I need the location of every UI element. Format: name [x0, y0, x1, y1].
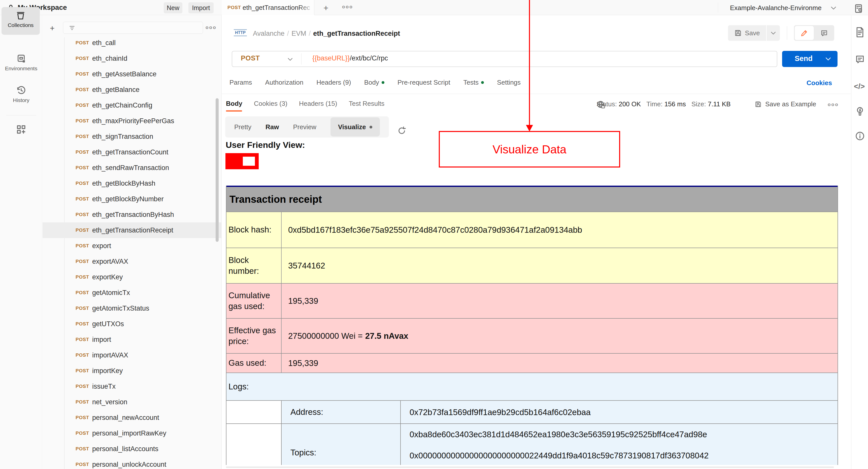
divider	[222, 94, 851, 94]
view-tab-raw[interactable]: Raw	[266, 123, 279, 131]
documentation-icon[interactable]	[855, 27, 865, 38]
view-tab-preview[interactable]: Preview	[293, 123, 316, 131]
tab-headers[interactable]: Headers (9)	[316, 79, 351, 86]
sidebar-request-selected[interactable]: POSTeth_getTransactionReceipt	[42, 222, 222, 238]
sidebar-request[interactable]: POSTgetAtomicTxStatus	[42, 301, 222, 316]
refresh-icon[interactable]	[397, 126, 407, 135]
row-label: Cumulative gas used:	[226, 284, 282, 318]
sidebar-request[interactable]: POSTexportKey	[42, 269, 222, 285]
info-icon[interactable]	[855, 131, 865, 141]
new-button[interactable]: New	[164, 2, 182, 13]
tab-settings[interactable]: Settings	[497, 79, 521, 86]
request-name: exportKey	[92, 273, 123, 281]
breadcrumb-collection[interactable]: Avalanche	[253, 30, 285, 37]
sidebar-request[interactable]: POSTeth_getBlockByNumber	[42, 191, 222, 207]
sidebar-request[interactable]: POSTexportAVAX	[42, 254, 222, 269]
environment-selector[interactable]: Example-Avalanche-Environme	[730, 4, 822, 12]
add-request-button[interactable]: +	[50, 24, 55, 33]
sidebar-request[interactable]: POSTpersonal_importRawKey	[42, 426, 222, 441]
tab-params[interactable]: Params	[229, 79, 252, 86]
divider	[787, 26, 787, 40]
new-tab-button[interactable]: +	[323, 3, 329, 13]
sidebar-request[interactable]: POSTeth_getAssetBalance	[42, 66, 222, 82]
sidebar-request[interactable]: POSTeth_call	[42, 35, 222, 51]
response-tab-headers[interactable]: Headers (15)	[299, 100, 337, 107]
request-name: importAVAX	[92, 351, 128, 359]
breadcrumb-folder[interactable]: EVM	[291, 30, 306, 37]
sidebar-request[interactable]: POSTimportAVAX	[42, 347, 222, 363]
comment-mode-button[interactable]	[816, 28, 832, 39]
tab-prerequest-script[interactable]: Pre-request Script	[398, 79, 451, 86]
view-tab-pretty[interactable]: Pretty	[234, 123, 251, 131]
time-value[interactable]: 156 ms	[664, 100, 686, 108]
sidebar-request[interactable]: POSTeth_getTransactionByHash	[42, 207, 222, 222]
response-options-icon[interactable]: ooo	[828, 102, 839, 107]
code-snippet-icon[interactable]: </>	[854, 82, 865, 91]
visualize-dot	[370, 126, 372, 128]
sidebar-request[interactable]: POSTeth_getTransactionCount	[42, 144, 222, 160]
lightbulb-icon[interactable]	[855, 106, 865, 117]
method-badge: POST	[75, 181, 92, 186]
sidebar-item-history[interactable]: History	[0, 85, 42, 103]
view-tab-visualize[interactable]: Visualize	[331, 117, 380, 136]
sidebar-request[interactable]: POSTexport	[42, 238, 222, 254]
row-value: 35744162	[282, 248, 838, 283]
environment-quick-look-icon[interactable]	[854, 3, 864, 13]
sidebar-request[interactable]: POSTeth_chainId	[42, 51, 222, 66]
sidebar-item-collections[interactable]: Collections	[1, 7, 40, 35]
sidebar-request[interactable]: POSTeth_sendRawTransaction	[42, 160, 222, 176]
sidebar-request[interactable]: POSTgetAtomicTx	[42, 285, 222, 301]
status-value[interactable]: 200 OK	[619, 100, 641, 108]
tab-body[interactable]: Body	[364, 79, 384, 86]
postman-app: My Workspace New Import POST eth_getTran…	[0, 0, 868, 469]
save-button[interactable]: Save	[728, 25, 766, 41]
size-value[interactable]: 7.11 KB	[708, 100, 731, 108]
edit-mode-button[interactable]	[795, 26, 814, 40]
sidebar-request[interactable]: POSTpersonal_listAccounts	[42, 441, 222, 457]
chevron-down-icon	[825, 57, 832, 61]
sidebar-request[interactable]: POSTeth_getBlockByHash	[42, 176, 222, 191]
response-tab-test-results[interactable]: Test Results	[349, 100, 384, 107]
collection-options-icon[interactable]: ooo	[206, 25, 217, 30]
comments-icon[interactable]	[855, 54, 865, 64]
sidebar-request[interactable]: POSTimportKey	[42, 363, 222, 379]
sidebar-request[interactable]: POSTeth_signTransaction	[42, 129, 222, 144]
sidebar-request[interactable]: POSTnet_version	[42, 394, 222, 410]
sidebar-request[interactable]: POSTeth_maxPriorityFeePerGas	[42, 113, 222, 129]
sidebar-request[interactable]: POSTeth_getBalance	[42, 82, 222, 97]
send-button[interactable]: Send	[782, 51, 838, 67]
sidebar-request[interactable]: POSTeth_getChainConfig	[42, 97, 222, 113]
sidebar-request[interactable]: POSTpersonal_unlockAccount	[42, 457, 222, 469]
response-tab-body[interactable]: Body	[226, 100, 242, 107]
cookies-link[interactable]: Cookies	[807, 79, 832, 87]
request-tab[interactable]: POST eth_getTransactionRece	[222, 0, 314, 15]
tab-tests[interactable]: Tests	[463, 79, 484, 86]
sidebar-request[interactable]: POSTimport	[42, 332, 222, 347]
filter-input[interactable]	[63, 22, 203, 34]
request-tabs: Params Authorization Headers (9) Body Pr…	[229, 79, 521, 86]
sidebar-request[interactable]: POSTgetUTXOs	[42, 316, 222, 332]
url-input[interactable]: {{baseURL}}/ext/bc/C/rpc	[312, 54, 388, 62]
send-label: Send	[795, 54, 813, 63]
save-options-button[interactable]	[767, 25, 780, 41]
chevron-down-icon[interactable]	[830, 6, 837, 10]
method-selector[interactable]: POST	[241, 54, 260, 62]
table-title: Transaction receipt	[226, 187, 838, 212]
method-badge: POST	[75, 56, 92, 61]
sidebar-request[interactable]: POSTissueTx	[42, 379, 222, 394]
sidebar-item-environments[interactable]: Environments	[0, 53, 42, 71]
request-name: personal_importRawKey	[92, 430, 166, 437]
user-friendly-view-checkbox[interactable]	[225, 153, 259, 169]
sidebar-scrollbar[interactable]	[216, 98, 219, 242]
collections-icon	[16, 11, 26, 21]
tab-options-icon[interactable]: ooo	[342, 4, 353, 9]
tab-authorization[interactable]: Authorization	[265, 79, 304, 86]
save-as-example-button[interactable]: Save as Example	[755, 100, 816, 108]
add-tools-icon[interactable]	[16, 124, 27, 135]
method-badge: POST	[75, 243, 92, 249]
sidebar-request[interactable]: POSTpersonal_newAccount	[42, 410, 222, 426]
horizontal-scrollbar[interactable]	[222, 465, 851, 469]
import-button[interactable]: Import	[188, 2, 214, 13]
chevron-down-icon[interactable]	[287, 57, 293, 61]
response-tab-cookies[interactable]: Cookies (3)	[254, 100, 287, 107]
